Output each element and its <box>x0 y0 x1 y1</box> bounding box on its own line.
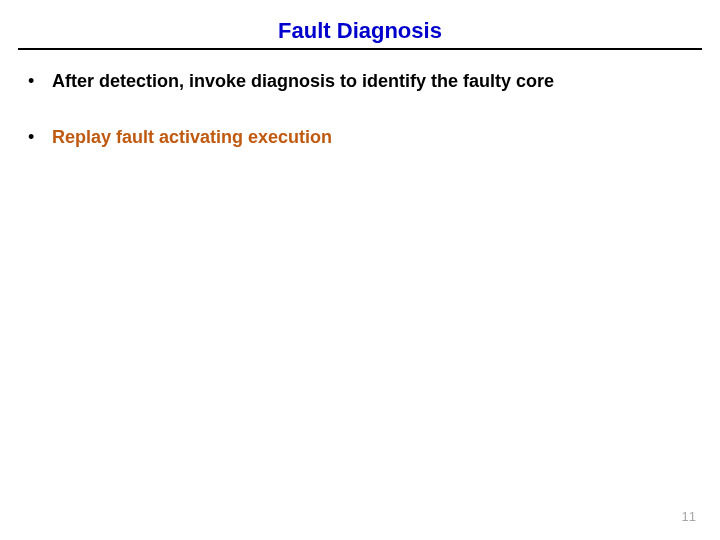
bullet-marker: • <box>28 126 52 148</box>
slide-title: Fault Diagnosis <box>0 0 720 48</box>
slide: Fault Diagnosis • After detection, invok… <box>0 0 720 540</box>
bullet-marker: • <box>28 70 52 92</box>
bullet-item: • After detection, invoke diagnosis to i… <box>28 70 692 92</box>
bullet-text: Replay fault activating execution <box>52 126 332 148</box>
page-number: 11 <box>682 509 696 524</box>
slide-content: • After detection, invoke diagnosis to i… <box>0 50 720 148</box>
bullet-item: • Replay fault activating execution <box>28 126 692 148</box>
bullet-text: After detection, invoke diagnosis to ide… <box>52 70 554 92</box>
